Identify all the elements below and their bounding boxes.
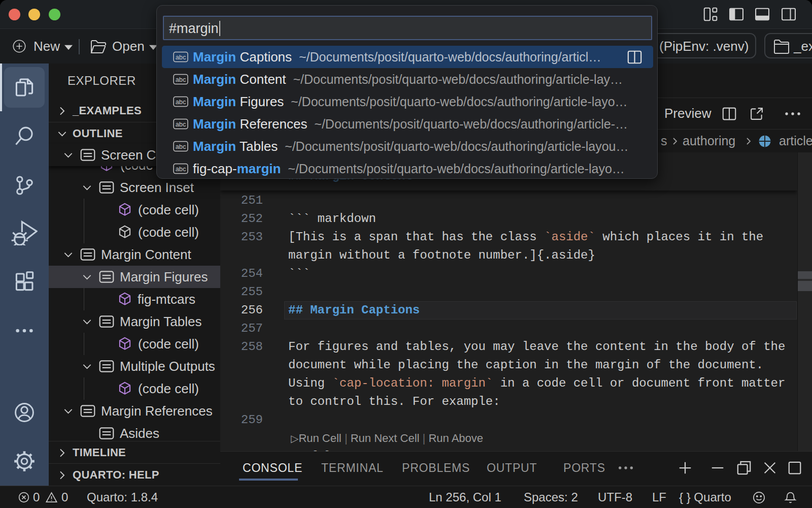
svg-text:abc: abc: [176, 53, 186, 61]
svg-text:abc: abc: [176, 98, 186, 106]
svg-text:abc: abc: [176, 120, 186, 128]
svg-text:abc: abc: [176, 165, 186, 173]
svg-text:abc: abc: [176, 76, 186, 83]
svg-text:abc: abc: [176, 143, 186, 150]
